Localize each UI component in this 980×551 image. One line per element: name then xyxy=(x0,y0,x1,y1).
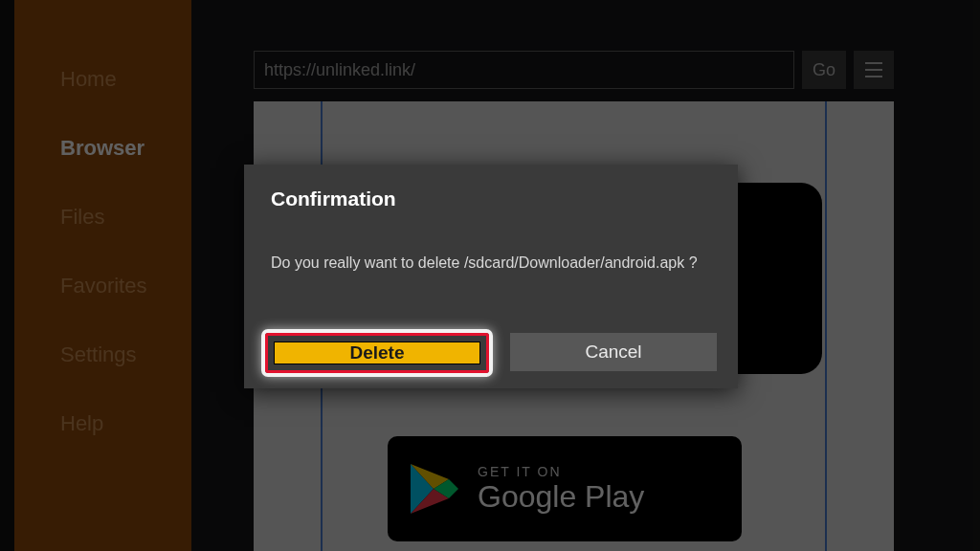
dialog-message: Do you really want to delete /sdcard/Dow… xyxy=(244,210,738,272)
dialog-button-row: Delete Cancel xyxy=(265,333,717,373)
app-root: Home Browser Files Favorites Settings He… xyxy=(0,0,980,551)
cancel-button[interactable]: Cancel xyxy=(510,333,717,371)
confirmation-dialog: Confirmation Do you really want to delet… xyxy=(244,165,738,388)
delete-button[interactable]: Delete xyxy=(274,342,480,364)
dialog-title: Confirmation xyxy=(244,165,738,210)
delete-button-focus-ring: Delete xyxy=(265,333,489,373)
